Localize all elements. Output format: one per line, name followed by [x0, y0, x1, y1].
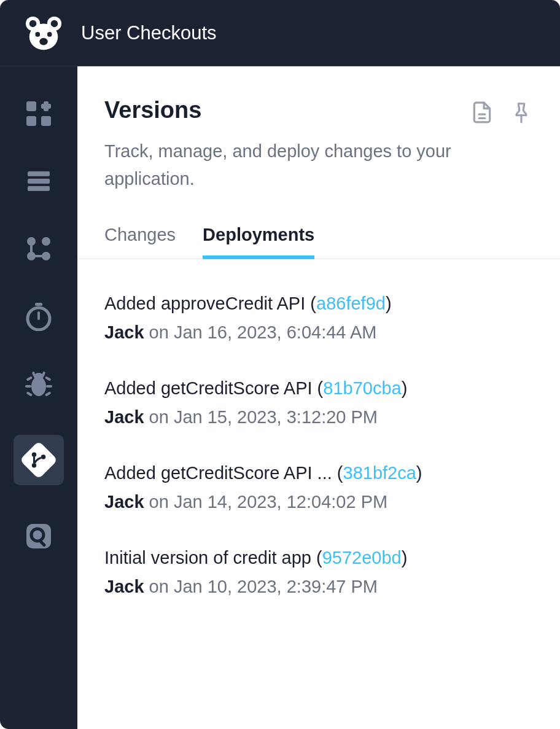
svg-point-5 — [35, 32, 40, 37]
svg-rect-22 — [35, 303, 42, 306]
deployment-hash[interactable]: a86fef9d — [316, 294, 386, 313]
svg-rect-12 — [41, 104, 51, 109]
deployment-item[interactable]: Initial version of credit app (9572e0bd)… — [104, 548, 533, 597]
deployment-timestamp: on Jan 16, 2023, 6:04:44 AM — [149, 322, 377, 342]
deployment-meta: Jack on Jan 15, 2023, 3:12:20 PM — [104, 407, 533, 427]
deployment-title-text: Added getCreditScore API — [104, 378, 313, 398]
svg-rect-29 — [26, 376, 33, 381]
deployment-title: Added approveCredit API (a86fef9d) — [104, 294, 533, 314]
tab-changes[interactable]: Changes — [104, 225, 176, 259]
svg-point-6 — [47, 32, 52, 37]
deployment-hash[interactable]: 81b70cba — [323, 378, 401, 398]
deployment-author: Jack — [104, 322, 144, 342]
main-content: Versions — [77, 66, 560, 729]
deployment-item[interactable]: Added approveCredit API (a86fef9d) Jack … — [104, 294, 533, 343]
svg-rect-32 — [45, 391, 52, 396]
deployment-timestamp: on Jan 15, 2023, 3:12:20 PM — [149, 407, 378, 427]
app-title: User Checkouts — [81, 22, 217, 44]
sidebar-item-widgets[interactable] — [22, 97, 55, 130]
deployment-title: Added getCreditScore API (81b70cba) — [104, 378, 533, 399]
svg-point-17 — [42, 237, 50, 246]
tabs: Changes Deployments — [77, 225, 560, 259]
svg-rect-28 — [46, 385, 52, 388]
deployment-timestamp: on Jan 14, 2023, 12:04:02 PM — [149, 492, 388, 512]
deployment-meta: Jack on Jan 10, 2023, 2:39:47 PM — [104, 577, 533, 597]
app-header: User Checkouts — [0, 0, 560, 66]
deployment-item[interactable]: Added getCreditScore API (81b70cba) Jack… — [104, 378, 533, 427]
deployment-title-text: Initial version of credit app — [104, 548, 311, 567]
deployment-meta: Jack on Jan 16, 2023, 6:04:44 AM — [104, 322, 533, 343]
svg-rect-31 — [26, 391, 33, 396]
deployment-title-text: Added approveCredit API — [104, 294, 305, 313]
tab-deployments[interactable]: Deployments — [203, 225, 314, 259]
sidebar-item-search[interactable] — [22, 520, 55, 553]
deployment-title: Added getCreditScore API ... (381bf2ca) — [104, 463, 533, 483]
sidebar-item-workflow[interactable] — [22, 232, 55, 265]
svg-rect-9 — [26, 116, 36, 126]
svg-point-37 — [41, 454, 46, 459]
svg-point-36 — [32, 463, 37, 468]
svg-rect-15 — [28, 186, 50, 191]
release-notes-icon[interactable] — [470, 101, 494, 124]
koala-logo-icon — [25, 14, 63, 52]
sidebar-item-versions[interactable] — [14, 435, 64, 485]
deployment-timestamp: on Jan 10, 2023, 2:39:47 PM — [149, 577, 378, 596]
svg-point-4 — [29, 23, 58, 50]
deployment-author: Jack — [104, 492, 144, 512]
svg-rect-20 — [30, 244, 33, 254]
deployment-hash[interactable]: 9572e0bd — [322, 548, 402, 567]
svg-rect-30 — [45, 376, 52, 381]
deployment-title-text: Added getCreditScore API ... — [104, 463, 332, 483]
deployment-hash[interactable]: 381bf2ca — [343, 463, 416, 483]
svg-rect-13 — [28, 171, 50, 176]
svg-point-26 — [34, 373, 44, 380]
sidebar — [0, 66, 77, 729]
svg-rect-14 — [28, 179, 50, 184]
sidebar-item-list[interactable] — [22, 165, 55, 198]
svg-rect-8 — [26, 101, 36, 111]
pin-icon[interactable] — [510, 101, 533, 124]
svg-rect-10 — [41, 116, 51, 126]
svg-rect-24 — [37, 311, 40, 320]
svg-rect-27 — [25, 385, 31, 388]
svg-rect-21 — [34, 255, 44, 257]
svg-point-35 — [32, 453, 37, 458]
svg-point-7 — [39, 37, 48, 45]
page-subtitle: Track, manage, and deploy changes to you… — [104, 138, 533, 193]
sidebar-item-timer[interactable] — [22, 300, 55, 333]
deployment-meta: Jack on Jan 14, 2023, 12:04:02 PM — [104, 492, 533, 512]
deployment-item[interactable]: Added getCreditScore API ... (381bf2ca) … — [104, 463, 533, 512]
git-branch-icon — [20, 441, 58, 479]
page-title: Versions — [104, 97, 201, 123]
deployment-title: Initial version of credit app (9572e0bd) — [104, 548, 533, 568]
deployment-author: Jack — [104, 577, 144, 596]
deployments-list: Added approveCredit API (a86fef9d) Jack … — [104, 259, 533, 597]
sidebar-item-debug[interactable] — [22, 367, 55, 400]
deployment-author: Jack — [104, 407, 144, 427]
